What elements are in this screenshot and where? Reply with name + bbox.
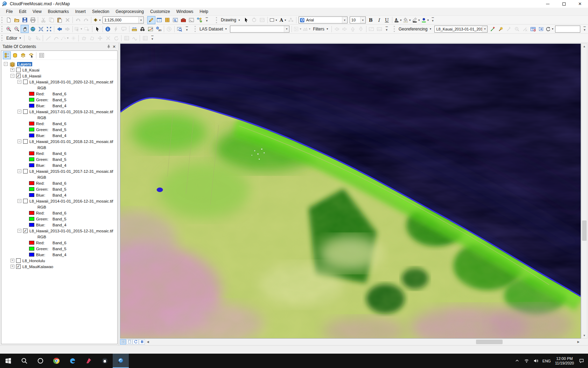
- tree-collapse-icon[interactable]: −: [4, 62, 8, 66]
- editor-menu[interactable]: Editor▼: [5, 35, 23, 41]
- toolbar-grip[interactable]: [1, 35, 3, 41]
- layer-label[interactable]: L8_Hawaii_2013-01-01_2015-12-31_mosaic.t…: [29, 229, 113, 233]
- tree-collapse-icon[interactable]: −: [18, 110, 21, 114]
- toolbar-overflow-button[interactable]: ▔▼: [430, 16, 435, 24]
- band-color-swatch[interactable]: [29, 253, 34, 257]
- text-tool[interactable]: A▼: [278, 16, 287, 24]
- action-center-icon[interactable]: [577, 354, 586, 368]
- menu-bookmarks[interactable]: Bookmarks: [45, 8, 72, 15]
- band-color-swatch[interactable]: [29, 187, 34, 191]
- combo-dropdown-icon[interactable]: ▼: [342, 17, 347, 23]
- language-indicator[interactable]: ENG: [541, 359, 552, 363]
- layer-visibility-checkbox[interactable]: [23, 199, 28, 203]
- tree-collapse-icon[interactable]: −: [10, 74, 14, 78]
- tree-collapse-icon[interactable]: −: [18, 229, 21, 233]
- scale-combo[interactable]: 1:125,000▼: [103, 16, 144, 23]
- band-color-swatch[interactable]: [29, 223, 34, 227]
- layer-label[interactable]: L8_Kauai: [22, 68, 40, 72]
- las-dataset-menu[interactable]: LAS Dataset▼: [198, 26, 229, 32]
- layer-label[interactable]: L8_MauiKalawao: [22, 265, 53, 269]
- layer-visibility-checkbox[interactable]: ✓: [16, 74, 21, 78]
- layer-visibility-checkbox[interactable]: [16, 258, 21, 263]
- identify-tool[interactable]: [104, 25, 112, 33]
- band-color-swatch[interactable]: [29, 163, 34, 167]
- rotation-input[interactable]: [555, 26, 580, 33]
- taskbar-clock[interactable]: 12:00 PM 11/19/2020: [553, 356, 576, 366]
- band-color-swatch[interactable]: [29, 134, 34, 137]
- print-button[interactable]: [29, 16, 37, 24]
- zoom-in-tool[interactable]: [5, 25, 13, 33]
- combo-dropdown-icon[interactable]: ▼: [360, 17, 365, 23]
- pan-tool[interactable]: [21, 25, 29, 33]
- scroll-up-icon[interactable]: ▲: [582, 44, 587, 49]
- map-canvas[interactable]: [120, 43, 581, 339]
- menu-geoprocessing[interactable]: Geoprocessing: [112, 8, 147, 15]
- georef-layer-combo[interactable]: L8_Kauai_2013-01-01_2015-12-3▼: [434, 26, 488, 33]
- maximize-button[interactable]: [556, 0, 572, 8]
- scroll-right-icon[interactable]: ▶: [576, 339, 581, 345]
- list-by-selection-button[interactable]: [27, 52, 35, 59]
- toolbar-grip[interactable]: [394, 26, 396, 32]
- rotate-georef-button[interactable]: ▼: [545, 25, 554, 33]
- start-button[interactable]: [0, 354, 16, 368]
- band-color-swatch[interactable]: [29, 151, 34, 155]
- paste-button[interactable]: [55, 16, 63, 24]
- add-control-points-tool[interactable]: [489, 25, 497, 33]
- font-color-button[interactable]: A▼: [393, 16, 402, 24]
- menu-insert[interactable]: Insert: [72, 8, 89, 15]
- fixed-zoom-out-button[interactable]: [45, 25, 53, 33]
- taskbar-search-button[interactable]: [16, 354, 32, 368]
- cortana-button[interactable]: [32, 354, 48, 368]
- modelbuilder-button[interactable]: [196, 16, 204, 24]
- band-color-swatch[interactable]: [29, 217, 34, 221]
- tree-expand-icon[interactable]: +: [10, 265, 14, 268]
- add-data-button[interactable]: ▼: [92, 16, 102, 24]
- toc-layers-label[interactable]: Layers: [17, 62, 32, 66]
- band-color-swatch[interactable]: [29, 122, 34, 125]
- toolbar-grip[interactable]: [216, 17, 218, 23]
- vertical-scrollbar[interactable]: ▲ ▼: [581, 43, 587, 339]
- layer-label[interactable]: L8_Hawaii_2017-01-01_2019-12-31_mosaic.t…: [29, 110, 113, 114]
- underline-button[interactable]: U: [383, 16, 391, 24]
- marker-color-button[interactable]: ▼: [421, 16, 430, 24]
- toolbar-grip[interactable]: [195, 26, 196, 32]
- font-combo[interactable]: OArial▼: [299, 16, 348, 23]
- data-view-button[interactable]: [120, 339, 126, 345]
- tray-expand-icon[interactable]: [513, 354, 522, 368]
- band-color-swatch[interactable]: [29, 247, 34, 251]
- layer-label[interactable]: L8_Hawaii_2015-01-01_2017-12-31_mosaic.t…: [29, 169, 113, 173]
- toolbar-grip[interactable]: [1, 17, 3, 23]
- layer-label[interactable]: L8_Honolulu: [22, 259, 45, 263]
- volume-icon[interactable]: [532, 354, 541, 368]
- scroll-left-icon[interactable]: ◀: [145, 339, 150, 345]
- toc-options-button[interactable]: [37, 52, 46, 59]
- layer-visibility-checkbox[interactable]: ✓: [23, 229, 28, 233]
- italic-button[interactable]: I: [375, 16, 383, 24]
- toolbar-overflow-button[interactable]: ▔▼: [384, 25, 389, 33]
- viewer-window-button[interactable]: [176, 25, 184, 33]
- menu-selection[interactable]: Selection: [89, 8, 112, 15]
- band-color-swatch[interactable]: [29, 104, 34, 108]
- auto-registration-tool[interactable]: [497, 25, 505, 33]
- list-by-drawing-order-button[interactable]: [3, 52, 11, 59]
- layer-visibility-checkbox[interactable]: [23, 109, 28, 114]
- combo-dropdown-icon[interactable]: ▼: [138, 17, 144, 23]
- tree-expand-icon[interactable]: +: [10, 68, 14, 72]
- las-filters-menu[interactable]: Filters▼: [311, 26, 330, 32]
- combo-dropdown-icon[interactable]: ▼: [482, 26, 487, 32]
- select-elements-tool[interactable]: [242, 16, 250, 24]
- edge-taskbar-icon[interactable]: [64, 354, 80, 368]
- horizontal-scroll-thumb[interactable]: [476, 340, 503, 344]
- toolbar-overflow-button[interactable]: ▔▼: [204, 16, 209, 24]
- pause-drawing-button[interactable]: [139, 339, 145, 345]
- toolbar-overflow-button[interactable]: ▔▼: [150, 34, 155, 42]
- menu-customize[interactable]: Customize: [147, 8, 173, 15]
- arctoolbox-button[interactable]: [180, 16, 188, 24]
- band-color-swatch[interactable]: [29, 98, 34, 102]
- catalog-window-button[interactable]: [163, 16, 172, 24]
- layer-visibility-checkbox[interactable]: ✓: [16, 264, 21, 269]
- editor-toolbar-toggle[interactable]: [147, 16, 155, 24]
- update-display-button[interactable]: [537, 25, 545, 33]
- back-extent-button[interactable]: [55, 25, 63, 33]
- toolbar-grip[interactable]: [1, 26, 3, 32]
